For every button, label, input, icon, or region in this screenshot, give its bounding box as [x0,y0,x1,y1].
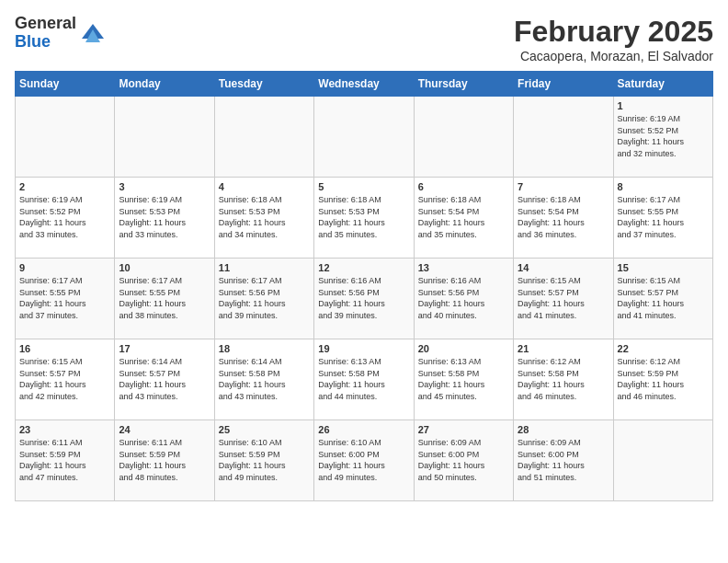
calendar-cell: 17Sunrise: 6:14 AM Sunset: 5:57 PM Dayli… [115,339,214,420]
calendar-cell: 16Sunrise: 6:15 AM Sunset: 5:57 PM Dayli… [16,339,115,420]
day-number: 22 [618,343,709,354]
day-number: 20 [418,343,509,354]
calendar-table: SundayMondayTuesdayWednesdayThursdayFrid… [15,71,713,501]
calendar-cell: 20Sunrise: 6:13 AM Sunset: 5:58 PM Dayli… [414,339,513,420]
day-number: 12 [318,262,409,273]
calendar-cell [613,420,712,501]
calendar-cell: 23Sunrise: 6:11 AM Sunset: 5:59 PM Dayli… [16,420,115,501]
week-row-2: 2Sunrise: 6:19 AM Sunset: 5:52 PM Daylig… [16,178,713,259]
day-info: Sunrise: 6:18 AM Sunset: 5:53 PM Dayligh… [219,194,310,240]
day-number: 27 [418,424,509,435]
day-info: Sunrise: 6:10 AM Sunset: 5:59 PM Dayligh… [219,437,310,483]
calendar-cell: 15Sunrise: 6:15 AM Sunset: 5:57 PM Dayli… [613,259,712,339]
week-row-5: 23Sunrise: 6:11 AM Sunset: 5:59 PM Dayli… [16,420,713,501]
day-info: Sunrise: 6:16 AM Sunset: 5:56 PM Dayligh… [318,275,409,321]
weekday-header-friday: Friday [514,72,613,97]
day-info: Sunrise: 6:17 AM Sunset: 5:55 PM Dayligh… [119,275,210,321]
weekday-header-monday: Monday [115,72,214,97]
calendar-cell [414,97,513,178]
logo: General Blue [15,15,106,52]
day-info: Sunrise: 6:17 AM Sunset: 5:56 PM Dayligh… [219,275,310,321]
calendar-cell: 18Sunrise: 6:14 AM Sunset: 5:58 PM Dayli… [214,339,313,420]
calendar-cell [115,97,214,178]
day-number: 14 [518,262,609,273]
day-number: 15 [618,262,709,273]
day-info: Sunrise: 6:11 AM Sunset: 5:59 PM Dayligh… [19,437,110,483]
day-number: 10 [119,262,210,273]
weekday-header-row: SundayMondayTuesdayWednesdayThursdayFrid… [16,72,713,97]
day-info: Sunrise: 6:12 AM Sunset: 5:58 PM Dayligh… [518,356,609,402]
calendar-cell: 6Sunrise: 6:18 AM Sunset: 5:54 PM Daylig… [414,178,513,259]
weekday-header-tuesday: Tuesday [214,72,313,97]
day-number: 18 [219,343,310,354]
page-header: General Blue February 2025 Cacaopera, Mo… [15,15,713,63]
day-info: Sunrise: 6:15 AM Sunset: 5:57 PM Dayligh… [518,275,609,321]
day-number: 26 [318,424,409,435]
calendar-cell: 13Sunrise: 6:16 AM Sunset: 5:56 PM Dayli… [414,259,513,339]
logo-general-text: General [15,15,76,33]
calendar-cell: 3Sunrise: 6:19 AM Sunset: 5:53 PM Daylig… [115,178,214,259]
weekday-header-thursday: Thursday [414,72,513,97]
calendar-cell: 22Sunrise: 6:12 AM Sunset: 5:59 PM Dayli… [613,339,712,420]
calendar-cell: 2Sunrise: 6:19 AM Sunset: 5:52 PM Daylig… [16,178,115,259]
week-row-3: 9Sunrise: 6:17 AM Sunset: 5:55 PM Daylig… [16,259,713,339]
calendar-cell: 1Sunrise: 6:19 AM Sunset: 5:52 PM Daylig… [613,97,712,178]
day-info: Sunrise: 6:12 AM Sunset: 5:59 PM Dayligh… [618,356,709,402]
weekday-header-saturday: Saturday [613,72,712,97]
calendar-cell: 24Sunrise: 6:11 AM Sunset: 5:59 PM Dayli… [115,420,214,501]
day-info: Sunrise: 6:18 AM Sunset: 5:54 PM Dayligh… [418,194,509,240]
day-info: Sunrise: 6:19 AM Sunset: 5:52 PM Dayligh… [19,194,110,240]
logo-blue-text: Blue [15,33,76,52]
day-number: 23 [19,424,110,435]
day-number: 11 [219,262,310,273]
calendar-cell [514,97,613,178]
day-number: 1 [618,100,709,111]
day-info: Sunrise: 6:15 AM Sunset: 5:57 PM Dayligh… [618,275,709,321]
day-info: Sunrise: 6:15 AM Sunset: 5:57 PM Dayligh… [19,356,110,402]
day-info: Sunrise: 6:10 AM Sunset: 6:00 PM Dayligh… [318,437,409,483]
calendar-cell: 7Sunrise: 6:18 AM Sunset: 5:54 PM Daylig… [514,178,613,259]
calendar-cell: 12Sunrise: 6:16 AM Sunset: 5:56 PM Dayli… [314,259,414,339]
day-number: 9 [19,262,110,273]
calendar-cell [214,97,313,178]
day-number: 3 [119,181,210,192]
day-number: 8 [618,181,709,192]
week-row-4: 16Sunrise: 6:15 AM Sunset: 5:57 PM Dayli… [16,339,713,420]
logo-icon [80,20,106,46]
day-info: Sunrise: 6:17 AM Sunset: 5:55 PM Dayligh… [618,194,709,240]
week-row-1: 1Sunrise: 6:19 AM Sunset: 5:52 PM Daylig… [16,97,713,178]
day-number: 25 [219,424,310,435]
day-number: 28 [518,424,609,435]
day-info: Sunrise: 6:17 AM Sunset: 5:55 PM Dayligh… [19,275,110,321]
calendar-cell: 5Sunrise: 6:18 AM Sunset: 5:53 PM Daylig… [314,178,414,259]
calendar-cell: 26Sunrise: 6:10 AM Sunset: 6:00 PM Dayli… [314,420,414,501]
day-info: Sunrise: 6:13 AM Sunset: 5:58 PM Dayligh… [318,356,409,402]
calendar-cell: 27Sunrise: 6:09 AM Sunset: 6:00 PM Dayli… [414,420,513,501]
day-number: 21 [518,343,609,354]
day-number: 19 [318,343,409,354]
calendar-cell: 19Sunrise: 6:13 AM Sunset: 5:58 PM Dayli… [314,339,414,420]
calendar-cell: 21Sunrise: 6:12 AM Sunset: 5:58 PM Dayli… [514,339,613,420]
day-info: Sunrise: 6:11 AM Sunset: 5:59 PM Dayligh… [119,437,210,483]
weekday-header-wednesday: Wednesday [314,72,414,97]
day-info: Sunrise: 6:13 AM Sunset: 5:58 PM Dayligh… [418,356,509,402]
calendar-cell: 10Sunrise: 6:17 AM Sunset: 5:55 PM Dayli… [115,259,214,339]
day-info: Sunrise: 6:18 AM Sunset: 5:53 PM Dayligh… [318,194,409,240]
day-number: 4 [219,181,310,192]
calendar-cell: 8Sunrise: 6:17 AM Sunset: 5:55 PM Daylig… [613,178,712,259]
day-number: 17 [119,343,210,354]
day-info: Sunrise: 6:19 AM Sunset: 5:53 PM Dayligh… [119,194,210,240]
calendar-cell: 14Sunrise: 6:15 AM Sunset: 5:57 PM Dayli… [514,259,613,339]
day-number: 7 [518,181,609,192]
day-info: Sunrise: 6:18 AM Sunset: 5:54 PM Dayligh… [518,194,609,240]
weekday-header-sunday: Sunday [16,72,115,97]
day-number: 13 [418,262,509,273]
month-title: February 2025 [514,15,713,49]
day-info: Sunrise: 6:14 AM Sunset: 5:58 PM Dayligh… [219,356,310,402]
day-number: 24 [119,424,210,435]
day-info: Sunrise: 6:09 AM Sunset: 6:00 PM Dayligh… [418,437,509,483]
day-number: 2 [19,181,110,192]
calendar-cell [16,97,115,178]
title-block: February 2025 Cacaopera, Morazan, El Sal… [514,15,713,63]
calendar-cell: 28Sunrise: 6:09 AM Sunset: 6:00 PM Dayli… [514,420,613,501]
